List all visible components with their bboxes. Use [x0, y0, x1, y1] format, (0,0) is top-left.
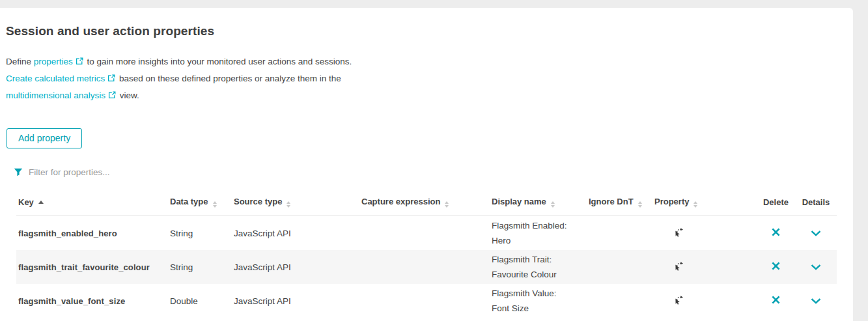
properties-table: Key Data type Source type Capture expres…: [16, 193, 837, 318]
table-row: flagsmith_value_font_size Double JavaScr…: [16, 284, 837, 318]
delete-x-icon[interactable]: [771, 261, 781, 271]
chevron-down-icon[interactable]: [811, 298, 821, 304]
delete-x-icon[interactable]: [771, 295, 781, 305]
sort-both-icon: [551, 201, 555, 208]
property-ignore-dnt: [589, 216, 654, 251]
column-header-capture-expression[interactable]: Capture expression: [361, 193, 492, 216]
sort-both-icon: [638, 201, 642, 208]
table-header-row: Key Data type Source type Capture expres…: [16, 193, 837, 216]
details-cell: [795, 250, 837, 284]
property-type-cell: [654, 250, 757, 284]
intro-text: view.: [117, 91, 139, 100]
filter-funnel-icon: [14, 168, 23, 176]
chevron-down-icon[interactable]: [811, 264, 821, 270]
property-key: flagsmith_enabled_hero: [16, 216, 170, 251]
delete-cell: [757, 250, 795, 284]
add-property-button[interactable]: Add property: [7, 128, 82, 148]
filter-bar: [14, 167, 853, 177]
column-header-data-type[interactable]: Data type: [170, 193, 234, 216]
table-row: flagsmith_trait_favourite_colour String …: [16, 250, 837, 284]
property-data-type: String: [170, 216, 234, 251]
property-key: flagsmith_trait_favourite_colour: [16, 250, 170, 284]
column-header-key[interactable]: Key: [16, 193, 170, 216]
property-capture-expression: [361, 216, 492, 251]
property-ignore-dnt: [589, 250, 654, 284]
sort-both-icon: [287, 201, 290, 208]
details-cell: [795, 284, 837, 318]
intro-paragraph: Define properties to gain more insights …: [6, 53, 853, 104]
property-display-name: Flagsmith Enabled:Hero: [492, 216, 589, 251]
property-type-cell: [654, 284, 757, 318]
intro-text: to gain more insights into your monitore…: [85, 57, 352, 66]
property-data-type: Double: [170, 284, 234, 318]
external-link-icon: [76, 54, 83, 70]
filter-properties-input[interactable]: [29, 167, 302, 177]
property-source-type: JavaScript API: [234, 216, 361, 251]
property-key: flagsmith_value_font_size: [16, 284, 170, 318]
sort-both-icon: [445, 201, 449, 208]
property-capture-expression: [361, 284, 492, 318]
column-header-ignore-dnt[interactable]: Ignore DnT: [589, 193, 654, 216]
property-capture-expression: [361, 250, 492, 284]
external-link-icon: [107, 71, 115, 87]
sort-both-icon: [693, 201, 697, 208]
intro-text: Define: [6, 57, 34, 66]
table-row: flagsmith_enabled_hero String JavaScript…: [16, 216, 837, 251]
multidimensional-analysis-link[interactable]: multidimensional analysis: [6, 91, 105, 100]
external-link-icon: [108, 88, 116, 104]
property-source-type: JavaScript API: [234, 250, 361, 284]
intro-text: based on these defined properties or ana…: [117, 74, 341, 83]
user-action-property-icon: [673, 294, 684, 305]
property-data-type: String: [170, 250, 234, 284]
properties-link[interactable]: properties: [34, 57, 73, 66]
property-type-cell: [654, 216, 757, 251]
user-action-property-icon: [673, 227, 684, 238]
chevron-down-icon[interactable]: [811, 230, 821, 236]
column-header-details: Details: [795, 193, 837, 216]
delete-cell: [757, 216, 795, 251]
property-display-name: Flagsmith Trait:Favourite Colour: [492, 250, 589, 284]
user-action-property-icon: [673, 260, 684, 272]
property-ignore-dnt: [589, 284, 654, 318]
column-header-display-name[interactable]: Display name: [492, 193, 589, 216]
property-source-type: JavaScript API: [234, 284, 361, 318]
details-cell: [795, 216, 837, 251]
delete-cell: [757, 284, 795, 318]
column-header-delete: Delete: [757, 193, 795, 216]
column-header-property[interactable]: Property: [654, 193, 757, 216]
content-panel: Session and user action properties Defin…: [0, 8, 853, 321]
sort-both-icon: [213, 201, 217, 208]
page-title: Session and user action properties: [6, 24, 853, 38]
property-display-name: Flagsmith Value:Font Size: [492, 284, 589, 318]
delete-x-icon[interactable]: [771, 227, 781, 237]
column-header-source-type[interactable]: Source type: [234, 193, 361, 216]
calculated-metrics-link[interactable]: Create calculated metrics: [6, 74, 105, 83]
sort-asc-icon: [38, 201, 44, 204]
